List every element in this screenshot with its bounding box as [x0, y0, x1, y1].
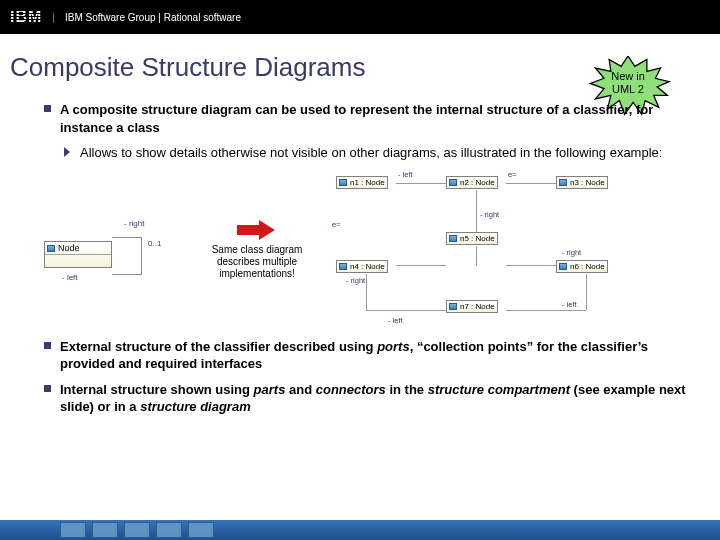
node-n1-label: n1 : Node	[350, 178, 385, 187]
self-association-line	[112, 237, 142, 275]
lab-e: e=	[508, 170, 517, 179]
class-icon	[449, 303, 457, 310]
footer-thumb	[156, 522, 182, 538]
node-n2: n2 : Node	[446, 176, 498, 189]
bullet-parts-connectors: Internal structure shown using parts and…	[44, 381, 686, 416]
lab-left3: - left	[562, 300, 577, 309]
lab-right2: - right	[562, 248, 581, 257]
lab-e2: e=	[332, 220, 341, 229]
node-n2-label: n2 : Node	[460, 178, 495, 187]
bullet-detail: Allows to show details otherwise not vis…	[64, 144, 686, 162]
lab-left: - left	[398, 170, 413, 179]
footer-thumb	[124, 522, 150, 538]
ibm-logo: IBM	[10, 8, 42, 26]
arrow-block: Same class diagram describes multiple im…	[192, 220, 322, 280]
class-name: Node	[58, 243, 80, 253]
class-icon	[339, 263, 347, 270]
b4-text2: and	[285, 382, 315, 397]
node-n7: n7 : Node	[446, 300, 498, 313]
node-n1: n1 : Node	[336, 176, 388, 189]
class-icon	[449, 179, 457, 186]
lab-right: - right	[480, 210, 499, 219]
arrow-caption: Same class diagram describes multiple im…	[192, 244, 322, 280]
b4-text: Internal structure shown using	[60, 382, 254, 397]
multiplicity-label: 0..1	[148, 239, 161, 248]
b4-text3: in the	[386, 382, 428, 397]
red-arrow-icon	[237, 220, 277, 240]
class-icon	[47, 245, 55, 252]
node-n6: n6 : Node	[556, 260, 608, 273]
diagram-area: Node - right 0..1 - left Same class diag…	[44, 170, 686, 330]
b4-em-connectors: connectors	[316, 382, 386, 397]
b4-em-structure-diagram: structure diagram	[140, 399, 251, 414]
node-n6-label: n6 : Node	[570, 262, 605, 271]
role-left-label: - left	[62, 273, 78, 282]
bullet-intro: A composite structure diagram can be use…	[44, 101, 686, 136]
node-n5: n5 : Node	[446, 232, 498, 245]
node-n4-label: n4 : Node	[350, 262, 385, 271]
class-icon	[559, 263, 567, 270]
node-n5-label: n5 : Node	[460, 234, 495, 243]
footer-thumb	[188, 522, 214, 538]
footer-thumb	[92, 522, 118, 538]
header-separator: |	[52, 12, 55, 23]
lab-left2: - left	[388, 316, 403, 325]
b3-text: External structure of the classifier des…	[60, 339, 377, 354]
class-icon	[339, 179, 347, 186]
lab-right3: - right	[346, 276, 365, 285]
badge-line2: UML 2	[612, 83, 644, 95]
node-n4: n4 : Node	[336, 260, 388, 273]
object-diagram-right: n1 : Node n2 : Node n3 : Node - left e= …	[330, 170, 640, 330]
badge-line1: New in	[611, 70, 645, 82]
node-n7-label: n7 : Node	[460, 302, 495, 311]
class-icon	[449, 235, 457, 242]
class-diagram-left: Node - right 0..1 - left	[44, 215, 184, 285]
bullet-ports: External structure of the classifier des…	[44, 338, 686, 373]
header-breadcrumb: IBM Software Group | Rational software	[65, 12, 241, 23]
node-n3: n3 : Node	[556, 176, 608, 189]
node-n3-label: n3 : Node	[570, 178, 605, 187]
footer-bar	[0, 520, 720, 540]
role-right-label: - right	[124, 219, 144, 228]
slide-body: A composite structure diagram can be use…	[0, 89, 720, 416]
b3-em-ports: ports	[377, 339, 410, 354]
footer-thumb	[60, 522, 86, 538]
header-bar: IBM | IBM Software Group | Rational soft…	[0, 0, 720, 34]
b4-em-structure-compartment: structure compartment	[428, 382, 570, 397]
class-icon	[559, 179, 567, 186]
b4-em-parts: parts	[254, 382, 286, 397]
